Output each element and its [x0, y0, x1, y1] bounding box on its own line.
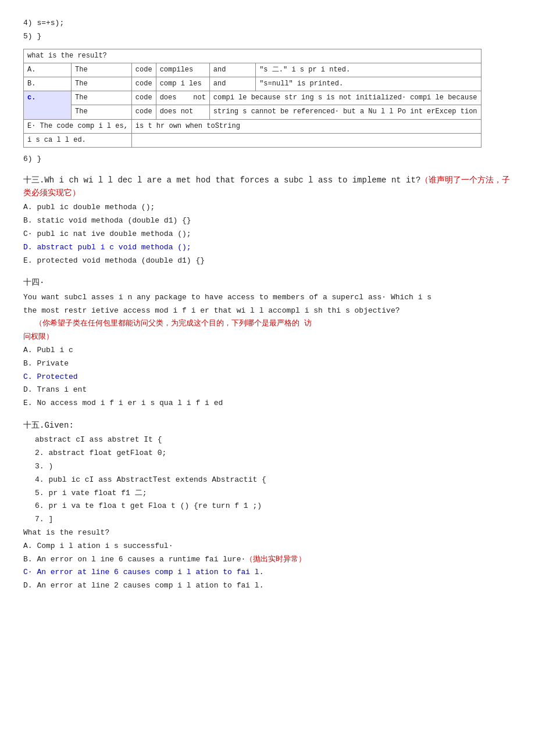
- q15-d-text: An error at line 2 causes comp i l ation…: [33, 581, 264, 590]
- compiles-a: compiles: [156, 63, 209, 77]
- and-a: and: [209, 63, 255, 77]
- q14-c-label: C.: [23, 372, 33, 381]
- q13-option-a: A. publ ic double methoda ();: [23, 202, 512, 214]
- label-b: B.: [24, 77, 72, 91]
- code-a: code: [131, 63, 156, 77]
- q15-code-3: 3. ): [23, 461, 512, 473]
- q15-code-4: 4. publ ic cI ass AbstractTest extends A…: [23, 474, 512, 486]
- code-c1: code: [131, 91, 156, 105]
- table-row-c: c. The code does not compi le because st…: [24, 91, 482, 105]
- question-15: 十五.Given: abstract cI ass abstret It { 2…: [23, 419, 512, 592]
- q13-main-text: Wh i ch wi l l dec l are a met hod that …: [44, 175, 420, 185]
- q14-option-b: B. Private: [23, 358, 512, 370]
- q14-title: 十四·: [23, 276, 512, 289]
- the-c2: The: [72, 105, 132, 119]
- q13-option-e: E. protected void methoda (double d1) {}: [23, 255, 512, 267]
- q15-option-c: C· An error at line 6 causes comp i l at…: [23, 567, 512, 579]
- code-line-6: 6) }: [23, 153, 512, 166]
- q15-b-label: B.: [23, 555, 33, 564]
- table-row-c2: The code does not string s cannot be ref…: [24, 105, 482, 119]
- result-a: "s 二." i s pr i nted.: [256, 63, 481, 77]
- q14-a-label: A.: [23, 346, 33, 354]
- q13-option-d: D. abstract publ i c void methoda ();: [23, 242, 512, 254]
- the-b: The: [72, 77, 132, 91]
- q14-c-text: Protected: [33, 372, 78, 381]
- q13-title-text: 十三.: [23, 175, 44, 185]
- q13-e-text: protected void methoda (double d1) {}: [33, 256, 205, 265]
- q13-b-label: B.: [23, 216, 33, 225]
- the-a: The: [72, 63, 132, 77]
- last-cell: i s ca l l ed.: [24, 133, 132, 147]
- q13-c-label: C·: [23, 230, 33, 238]
- q13-e-label: E.: [23, 256, 33, 265]
- q13-d-text: abstract publ i c void methoda ();: [33, 243, 191, 252]
- q15-code-6: 6. pr i va te floa t get Floa t () {re t…: [23, 500, 512, 513]
- q14-e-text: No access mod i f i er i s qua l i f i e…: [33, 399, 223, 407]
- table-row-a: A. The code compiles and "s 二." i s pr i…: [24, 63, 482, 77]
- q14-b-label: B.: [23, 359, 33, 368]
- q13-option-c: C· publ ic nat ive double methoda ();: [23, 228, 512, 241]
- q15-b-text: An error on l ine 6 causes a runtime fai…: [33, 555, 246, 564]
- q15-code-1: abstract cI ass abstret It {: [23, 434, 512, 446]
- result-c1: compi le because str ing s is not initia…: [209, 91, 481, 105]
- q14-d-text: Trans i ent: [33, 385, 87, 394]
- q15-code-2: 2. abstract float getFloat 0;: [23, 447, 512, 460]
- q15-b-chinese: （抛出实时异常）: [245, 555, 306, 564]
- top-code-lines: 4) s=+s); 5) }: [23, 17, 512, 43]
- code-line-5: 5) }: [23, 31, 512, 43]
- q13-title: 十三.Wh i ch wi l l dec l are a met hod th…: [23, 174, 512, 200]
- q14-e-label: E.: [23, 399, 33, 407]
- q15-option-a: A. Comp i l ation i s successful·: [23, 540, 512, 553]
- q14-chinese: （你希望子类在任何包里都能访问父类，为完成这个目的，下列哪个是最严格的 访: [35, 318, 512, 330]
- q14-a-text: Publ i c: [33, 346, 73, 354]
- compiles-b: comp i les: [156, 77, 209, 91]
- q14-option-c: C. Protected: [23, 371, 512, 384]
- question-14: 十四· You want subcl asses i n any package…: [23, 276, 512, 410]
- result-e: is t hr own when toString: [131, 119, 481, 133]
- q13-b-text: static void methoda (double d1) {}: [33, 216, 191, 225]
- label-e: E· The code comp i l es,: [24, 119, 132, 133]
- q14-option-d: D. Trans i ent: [23, 384, 512, 396]
- empty-cell: [131, 133, 481, 147]
- question-13: 十三.Wh i ch wi l l dec l are a met hod th…: [23, 174, 512, 267]
- q15-a-label: A.: [23, 542, 33, 550]
- code-c2: code: [131, 105, 156, 119]
- label-c: c.: [24, 91, 72, 119]
- table-row-b: B. The code comp i les and "s=null" is p…: [24, 77, 482, 91]
- result-b: "s=null" is printed.: [256, 77, 481, 91]
- table-header-row: what is the result?: [24, 49, 482, 63]
- q15-a-text: Comp i l ation i s successful·: [33, 542, 173, 550]
- q15-code-5: 5. pr i vate float f1 二;: [23, 488, 512, 500]
- and-b: and: [209, 77, 255, 91]
- q14-option-a: A. Publ i c: [23, 345, 512, 357]
- q13-a-text: publ ic double methoda ();: [33, 203, 155, 212]
- label-a: A.: [24, 63, 72, 77]
- q15-option-d: D. An error at line 2 causes comp i l at…: [23, 580, 512, 592]
- code-b: code: [131, 77, 156, 91]
- q15-code-7: 7. ]: [23, 514, 512, 526]
- q14-chinese2: 问权限）: [23, 331, 512, 343]
- does-c1: does not: [156, 91, 209, 105]
- q14-option-e: E. No access mod i f i er i s qua l i f …: [23, 397, 512, 410]
- q15-option-b: B. An error on l ine 6 causes a runtime …: [23, 554, 512, 566]
- q14-b-text: Private: [33, 359, 69, 368]
- q13-c-text: publ ic nat ive double methoda ();: [33, 230, 191, 238]
- q15-d-label: D.: [23, 581, 33, 590]
- q13-a-label: A.: [23, 203, 33, 212]
- q15-c-label: C·: [23, 568, 33, 576]
- the-c1: The: [72, 91, 132, 105]
- q14-d-label: D.: [23, 385, 33, 394]
- q14-text1: You want subcl asses i n any package to …: [23, 292, 512, 304]
- table-section: what is the result? A. The code compiles…: [23, 49, 512, 148]
- result-table: what is the result? A. The code compiles…: [23, 49, 482, 148]
- table-row-e: E· The code comp i l es, is t hr own whe…: [24, 119, 482, 133]
- does-c2: does not: [156, 105, 209, 119]
- result-c2: string s cannot be referenced· but a Nu …: [209, 105, 481, 119]
- table-row-last: i s ca l l ed.: [24, 133, 482, 147]
- table-question: what is the result?: [24, 49, 482, 63]
- q14-text2: the most restr ietive access mod i f i e…: [23, 305, 512, 317]
- q15-title: 十五.Given:: [23, 419, 512, 432]
- q15-c-text: An error at line 6 causes comp i l ation…: [33, 568, 264, 576]
- code-line-4: 4) s=+s);: [23, 17, 512, 30]
- q15-result-label: What is the result?: [23, 527, 512, 539]
